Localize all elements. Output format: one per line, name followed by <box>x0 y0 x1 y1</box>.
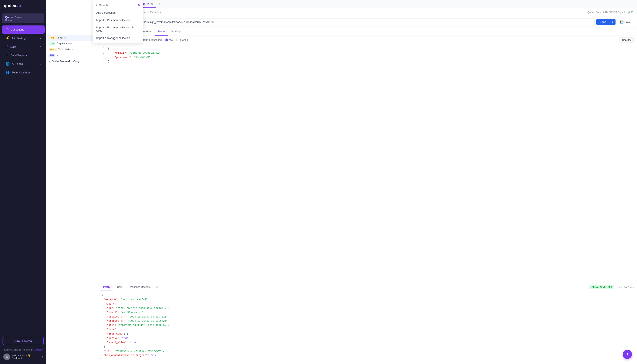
logo-area: qodex.ai <box>0 0 46 12</box>
username: Siddhant <box>12 357 31 360</box>
collections-list: POST Sign_in GET Organisations POST Orga… <box>46 35 97 64</box>
settings-icon[interactable]: ⚙ <box>631 10 634 14</box>
collection-group-copy[interactable]: ▶ Qodex Demo APIs Copy <box>46 58 97 64</box>
team-members-icon: 👥 <box>6 70 10 74</box>
sidebar-item-label: Data <box>10 45 16 48</box>
collection-item-id[interactable]: PUT Id <box>46 52 97 58</box>
import-swagger-item[interactable]: Import a Swagger collection <box>93 34 97 42</box>
build-reports-icon: ☰ <box>6 53 9 57</box>
code-line-3: 3 "password": "Test@123" <box>100 55 634 60</box>
collections-icon: ◫ <box>6 28 9 32</box>
sidebar: qodex.ai Qodex-Demo Qodex ⌄ ◫ Collection… <box>0 0 46 364</box>
resp-tab-response-headers[interactable]: Response Headers <box>126 284 154 291</box>
send-button[interactable]: Send <box>596 19 610 25</box>
group-label: Qodex Demo APIs Copy <box>52 60 79 63</box>
collection-item-sign-in[interactable]: POST Sign_in <box>46 35 97 40</box>
avatar: S <box>3 354 10 360</box>
api-docs-icon: 🌐 <box>6 62 10 66</box>
status-badge: Status Code: 200 <box>589 285 614 289</box>
item-label: Organisations <box>58 48 74 51</box>
code-line-1: 1 { <box>100 46 634 51</box>
sidebar-nav: ◫ Collections ⚡ API Testing › [ ] Data ›… <box>0 25 46 77</box>
sidebar-item-label: Build Reports <box>11 54 27 57</box>
sidebar-item-data[interactable]: [ ] Data › <box>2 43 45 51</box>
collection-item-organisations-post[interactable]: POST Organisations <box>46 46 97 52</box>
radio-graphql-dot <box>176 38 179 42</box>
resp-tab-pretty[interactable]: Pretty <box>100 284 113 291</box>
sub-tab-bar: Overview Request Collected Samples Qodex… <box>97 8 637 16</box>
import-postman-url-item[interactable]: Import a Postman collection via URL <box>93 24 97 34</box>
user-chevron-icon: › <box>42 355 43 358</box>
new-tab-button[interactable]: + <box>156 1 162 7</box>
beautify-button[interactable]: Beautify <box>620 38 634 42</box>
app-logo: qodex.ai <box>4 3 21 8</box>
user-collapse-icon[interactable]: ▾ <box>104 303 105 305</box>
save-button[interactable]: 💾 Save <box>617 19 634 25</box>
copy-button[interactable]: ⧉ <box>156 285 158 289</box>
response-body: ▾{ "message": "Login successful" ▾"user"… <box>97 291 637 364</box>
response-tabs-bar: Pretty Raw Response Headers ⧉ Status Cod… <box>97 284 637 291</box>
sidebar-item-api-docs[interactable]: 🌐 API docs › <box>2 60 45 68</box>
tab-bar: Qodex Demo APIs ✕ POST Sign_in ✕ + <box>97 0 637 8</box>
code-line-2: 2 "email": "siddhant@qodex.ai", <box>100 51 634 55</box>
item-label: Organisations <box>57 42 72 45</box>
workspace-selector[interactable]: Qodex-Demo Qodex ⌄ <box>2 14 44 23</box>
radio-graphql[interactable]: graphql <box>176 38 188 42</box>
workspace-sub: Qodex <box>5 19 22 21</box>
send-btn-group: Send ▾ <box>596 19 616 25</box>
api-testing-icon: ⚡ <box>6 36 10 40</box>
chevron-right-icon: › <box>40 37 41 40</box>
save-icon: 💾 <box>620 20 623 24</box>
user-area[interactable]: S Welcome back 👋 Siddhant › <box>3 352 44 362</box>
link-icon: 🔗 <box>627 11 631 14</box>
send-dropdown-button[interactable]: ▾ <box>610 19 615 25</box>
body-tabs: Params Authorization Headers Body Settin… <box>97 28 637 36</box>
add-collection-dropdown: + ↻ Add a collection Import a Postman co… <box>93 0 97 43</box>
sidebar-item-label: API Testing <box>12 36 26 40</box>
breadcrumb: Qodex Demo APIs / POST Sign_in 🔗 <box>587 11 631 14</box>
upgrade-link[interactable]: Upgrade <box>34 348 43 351</box>
tab-close-icon[interactable]: ✕ <box>151 2 153 6</box>
request-body-editor[interactable]: 1 { 2 "email": "siddhant@qodex.ai", 3 "p… <box>97 44 637 283</box>
request-response-area: Qodex Demo APIs ✕ POST Sign_in ✕ + Overv… <box>97 0 637 364</box>
url-input[interactable] <box>118 18 594 26</box>
import-postman-item[interactable]: Import a Postman collection <box>93 16 97 24</box>
post-badge: POST <box>49 36 57 39</box>
sidebar-item-label: Collections <box>11 28 24 31</box>
resp-tab-raw[interactable]: Raw <box>114 284 125 291</box>
tab-settings[interactable]: Settings <box>168 28 184 36</box>
breadcrumb-area: Qodex Demo APIs / POST Sign_in 🔗 ⚙ <box>367 9 637 16</box>
item-label: Sign_in <box>58 36 66 39</box>
response-area: Pretty Raw Response Headers ⧉ Status Cod… <box>97 283 637 364</box>
collection-item-organisations-get[interactable]: GET Organisations <box>46 40 97 46</box>
dropdown-header: + ↻ <box>93 2 97 9</box>
sidebar-item-collections[interactable]: ◫ Collections <box>2 26 45 34</box>
main-layout: + ↻ Add a collection Import a Postman co… <box>46 0 637 364</box>
workspace-name: Qodex-Demo <box>5 16 22 19</box>
search-icon: + <box>96 4 97 7</box>
credits-text: 80/100 AI credits remaining • Upgrade <box>3 348 44 351</box>
book-demo-button[interactable]: Book a Demo <box>3 337 44 345</box>
collections-panel: + ↻ Add a collection Import a Postman co… <box>46 0 97 364</box>
radio-raw-dot <box>165 38 168 42</box>
chevron-right-icon: › <box>40 62 41 66</box>
breadcrumb-text: Qodex Demo APIs / POST Sign_in <box>587 11 626 14</box>
logo-dot: .ai <box>16 3 21 8</box>
sidebar-item-build-reports[interactable]: ☰ Build Reports <box>2 51 45 59</box>
floating-action-button[interactable]: ✦ <box>623 350 632 359</box>
post-badge: POST <box>49 48 57 51</box>
tab-body[interactable]: Body <box>155 28 168 36</box>
workspace-chevron-icon: ⌄ <box>39 17 41 20</box>
sidebar-item-team-members[interactable]: 👥 Team Members <box>2 68 45 76</box>
body-options: none form-data x-www-form-urlencoded raw… <box>97 36 637 44</box>
code-line-4: 4 } <box>100 60 634 64</box>
resp-collapse-icon[interactable]: ▾ <box>100 294 102 297</box>
add-collection-item[interactable]: Add a collection <box>93 9 97 16</box>
expand-icon: ▶ <box>49 60 51 63</box>
radio-raw[interactable]: raw <box>165 38 173 42</box>
sidebar-bottom: Book a Demo 80/100 AI credits remaining … <box>0 334 46 364</box>
sidebar-item-label: API docs <box>12 62 23 66</box>
chevron-right-icon: › <box>40 45 41 48</box>
sidebar-item-api-testing[interactable]: ⚡ API Testing › <box>2 34 45 42</box>
data-icon: [ ] <box>6 45 8 48</box>
